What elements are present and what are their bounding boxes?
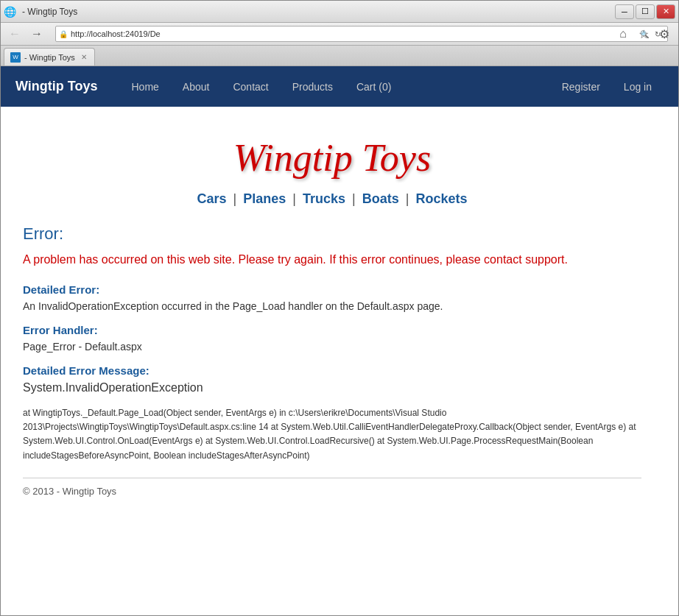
error-heading: Error:: [23, 224, 641, 244]
browser-right-icons: ⌂ ☆ ⚙: [615, 26, 672, 42]
category-rockets[interactable]: Rockets: [415, 191, 467, 206]
category-nav: Cars | Planes | Trucks | Boats | Rockets: [23, 191, 641, 207]
title-bar: 🌐 - Wingtip Toys ─ ☐ ✕: [1, 1, 678, 23]
nav-bar: Wingtip Toys Home About Contact Products…: [1, 66, 678, 107]
minimize-button[interactable]: ─: [615, 4, 634, 19]
maximize-button[interactable]: ☐: [636, 4, 655, 19]
tab-bar: W - Wingtip Toys ✕: [1, 46, 678, 66]
error-handler-label: Error Handler:: [23, 324, 641, 336]
tab-close-button[interactable]: ✕: [80, 53, 88, 61]
footer-divider: [23, 478, 641, 478]
error-message-label: Detailed Error Message:: [23, 364, 641, 377]
nav-register[interactable]: Register: [550, 68, 612, 106]
favorites2-button[interactable]: ⚙: [656, 26, 672, 42]
sep-1: |: [233, 191, 237, 206]
address-bar[interactable]: 🔒 http://localhost:24019/De 🔍 ↻: [55, 26, 668, 42]
tab-title: - Wingtip Toys: [24, 53, 75, 62]
tab-favicon: W: [10, 52, 21, 63]
detailed-error-label: Detailed Error:: [23, 283, 641, 296]
nav-about[interactable]: About: [171, 68, 222, 106]
address-text: http://localhost:24019/De: [71, 29, 638, 38]
nav-home[interactable]: Home: [120, 68, 171, 106]
nav-contact[interactable]: Contact: [221, 68, 280, 106]
category-trucks[interactable]: Trucks: [303, 191, 345, 206]
main-content: Wingtip Toys Cars | Planes | Trucks | Bo…: [1, 107, 664, 526]
nav-products[interactable]: Products: [281, 68, 345, 106]
forward-button[interactable]: →: [29, 26, 45, 42]
close-button[interactable]: ✕: [656, 4, 675, 19]
window-controls: ─ ☐ ✕: [615, 4, 675, 19]
address-icon: 🔒: [59, 30, 68, 38]
favorites-button[interactable]: ☆: [636, 26, 652, 42]
error-message: A problem has occurred on this web site.…: [23, 251, 641, 269]
error-handler-value: Page_Error - Default.aspx: [23, 341, 641, 353]
sep-3: |: [352, 191, 356, 206]
nav-links: Home About Contact Products Cart (0): [120, 68, 550, 106]
browser-tab[interactable]: W - Wingtip Toys ✕: [4, 48, 95, 66]
footer-text: © 2013 - Wingtip Toys: [23, 486, 641, 511]
error-message-value: System.InvalidOperationException: [23, 381, 641, 394]
page-content: Wingtip Toys Home About Contact Products…: [1, 66, 678, 615]
category-planes[interactable]: Planes: [243, 191, 286, 206]
detailed-error-value: An InvalidOperationException occurred in…: [23, 300, 641, 312]
browser-toolbar: ← → 🔒 http://localhost:24019/De 🔍 ↻ ⌂ ☆ …: [1, 23, 678, 46]
title-bar-left: 🌐 - Wingtip Toys: [4, 6, 77, 18]
browser-window: 🌐 - Wingtip Toys ─ ☐ ✕ ← → 🔒 http://loca…: [0, 0, 679, 616]
home-button[interactable]: ⌂: [615, 26, 631, 42]
sep-4: |: [406, 191, 409, 206]
category-boats[interactable]: Boats: [362, 191, 399, 206]
nav-right: Register Log in: [550, 68, 664, 106]
category-cars[interactable]: Cars: [197, 191, 226, 206]
back-button[interactable]: ←: [7, 26, 23, 42]
stack-trace: at WingtipToys._Default.Page_Load(Object…: [23, 406, 641, 463]
nav-cart[interactable]: Cart (0): [345, 68, 403, 106]
logo-title: Wingtip Toys: [23, 136, 641, 180]
window-title: - Wingtip Toys: [22, 7, 77, 17]
nav-login[interactable]: Log in: [612, 68, 664, 106]
window-favicon: 🌐: [4, 6, 16, 18]
sep-2: |: [292, 191, 296, 206]
site-brand[interactable]: Wingtip Toys: [15, 79, 98, 94]
